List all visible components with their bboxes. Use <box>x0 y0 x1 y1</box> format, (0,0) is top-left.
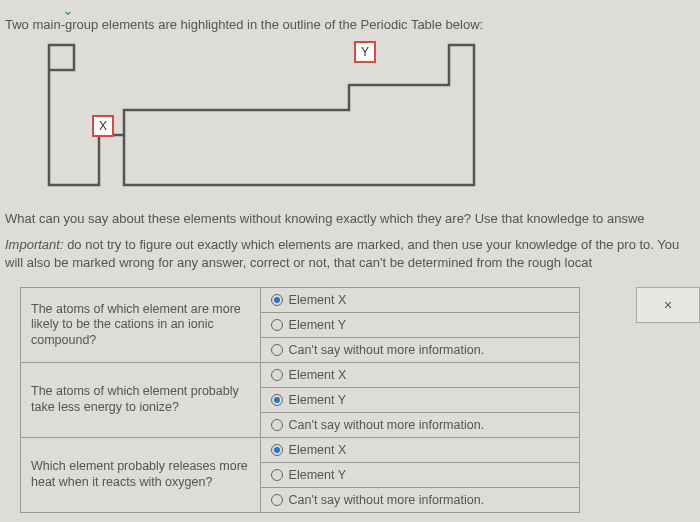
radio-label: Element X <box>289 443 347 457</box>
element-y-marker: Y <box>354 41 376 63</box>
radio-option[interactable]: Element X <box>261 363 579 388</box>
radio-label: Can't say without more information. <box>289 493 485 507</box>
radio-label: Element Y <box>289 318 346 332</box>
important-note: Important: do not try to figure out exac… <box>5 236 700 271</box>
radio-option[interactable]: Element Y <box>261 313 579 338</box>
element-x-label: X <box>99 119 107 133</box>
main-question-text: What can you say about these elements wi… <box>5 211 700 226</box>
close-icon: × <box>664 297 672 313</box>
radio-icon <box>271 469 283 481</box>
close-button[interactable]: × <box>636 287 700 323</box>
questions-table: The atoms of which element are more like… <box>20 287 580 513</box>
table-row: Which element probably releases more hea… <box>21 438 580 513</box>
radio-option[interactable]: Can't say without more information. <box>261 338 579 362</box>
question-prompt: Which element probably releases more hea… <box>21 438 261 513</box>
radio-option[interactable]: Can't say without more information. <box>261 413 579 437</box>
radio-label: Element X <box>289 293 347 307</box>
radio-option[interactable]: Element X <box>261 288 579 313</box>
element-y-label: Y <box>361 45 369 59</box>
table-row: The atoms of which element probably take… <box>21 363 580 438</box>
radio-option[interactable]: Element Y <box>261 463 579 488</box>
element-x-marker: X <box>92 115 114 137</box>
chevron-down-icon: ⌄ <box>62 2 74 18</box>
radio-label: Element Y <box>289 393 346 407</box>
radio-icon <box>271 394 283 406</box>
question-prompt: The atoms of which element are more like… <box>21 288 261 363</box>
intro-text: Two main-group elements are highlighted … <box>5 17 483 32</box>
radio-icon <box>271 319 283 331</box>
answer-cell: Element X Element Y Can't say without mo… <box>260 288 579 363</box>
radio-label: Can't say without more information. <box>289 343 485 357</box>
radio-icon <box>271 444 283 456</box>
radio-label: Can't say without more information. <box>289 418 485 432</box>
answer-cell: Element X Element Y Can't say without mo… <box>260 363 579 438</box>
radio-icon <box>271 494 283 506</box>
important-body: do not try to figure out exactly which e… <box>5 237 679 270</box>
radio-label: Element X <box>289 368 347 382</box>
radio-icon <box>271 294 283 306</box>
answer-cell: Element X Element Y Can't say without mo… <box>260 438 579 513</box>
radio-option[interactable]: Element X <box>261 438 579 463</box>
radio-icon <box>271 369 283 381</box>
periodic-table-outline: X Y <box>44 40 484 190</box>
question-prompt: The atoms of which element probably take… <box>21 363 261 438</box>
radio-option[interactable]: Can't say without more information. <box>261 488 579 512</box>
radio-option[interactable]: Element Y <box>261 388 579 413</box>
table-row: The atoms of which element are more like… <box>21 288 580 363</box>
radio-label: Element Y <box>289 468 346 482</box>
radio-icon <box>271 419 283 431</box>
radio-icon <box>271 344 283 356</box>
important-label: Important: <box>5 237 64 252</box>
